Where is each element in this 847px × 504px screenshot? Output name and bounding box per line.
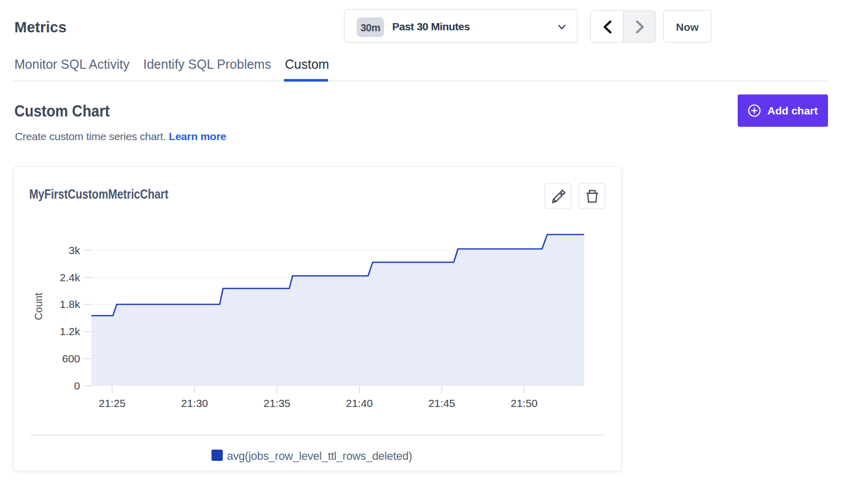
svg-text:21:50: 21:50 bbox=[511, 397, 538, 409]
svg-text:0: 0 bbox=[74, 380, 80, 392]
svg-text:2.4k: 2.4k bbox=[60, 272, 80, 283]
svg-text:Count: Count bbox=[33, 293, 44, 320]
svg-text:21:35: 21:35 bbox=[263, 397, 291, 409]
svg-text:1.8k: 1.8k bbox=[60, 298, 80, 310]
svg-text:21:25: 21:25 bbox=[99, 397, 126, 409]
svg-text:600: 600 bbox=[62, 353, 80, 364]
svg-text:3k: 3k bbox=[69, 244, 81, 256]
svg-text:21:30: 21:30 bbox=[181, 397, 208, 409]
svg-text:21:40: 21:40 bbox=[346, 397, 373, 409]
svg-text:1.2k: 1.2k bbox=[60, 325, 80, 337]
svg-text:21:45: 21:45 bbox=[428, 397, 455, 409]
